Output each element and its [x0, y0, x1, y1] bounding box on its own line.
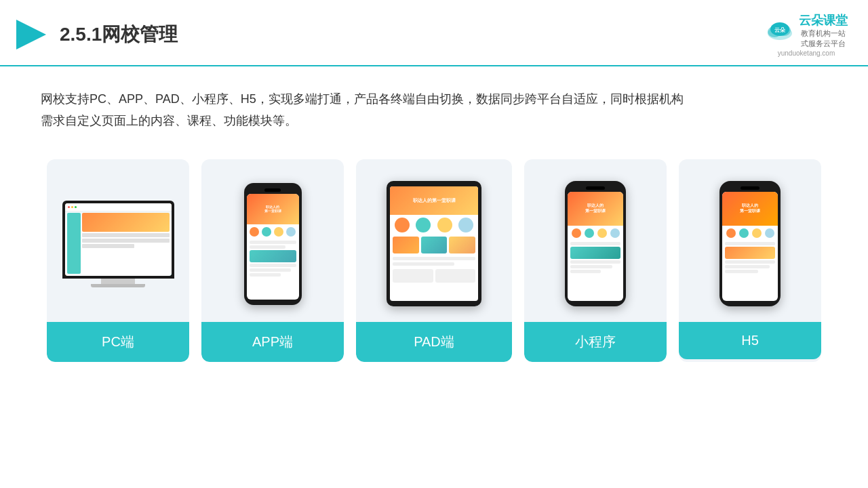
- logo-tagline: 教育机构一站式服务云平台: [799, 28, 848, 49]
- card-miniprogram-label: 小程序: [524, 322, 667, 362]
- play-icon: [14, 17, 49, 52]
- card-pc-label: PC端: [47, 322, 189, 362]
- pad-mockup: 职达人的第一堂职课: [387, 181, 481, 306]
- card-app-image: 职达人的第一堂职课: [201, 159, 344, 322]
- logo-text-block: 云朵课堂 教育机构一站式服务云平台: [799, 12, 848, 49]
- miniprogram-phone-mockup: 职达人的第一堂职课: [565, 181, 626, 306]
- svg-marker-0: [16, 20, 46, 49]
- page-header: 2.5.1网校管理 云朵 云朵课堂 教育机构一站式服务云平台 yunduoket…: [0, 0, 868, 66]
- logo-name: 云朵课堂: [799, 12, 848, 28]
- card-pc-image: [47, 159, 189, 322]
- card-h5-image: 职达人的第一堂职课: [679, 159, 821, 322]
- description-line1: 网校支持PC、APP、PAD、小程序、H5，实现多端打通，产品各终端自由切换，数…: [41, 88, 827, 110]
- pc-mockup: [62, 201, 174, 287]
- description-line2: 需求自定义页面上的内容、课程、功能模块等。: [41, 110, 827, 131]
- description-block: 网校支持PC、APP、PAD、小程序、H5，实现多端打通，产品各终端自由切换，数…: [0, 66, 868, 146]
- page-title: 2.5.1网校管理: [60, 22, 178, 47]
- cards-container: PC端 职达人的第一堂职课: [0, 146, 868, 382]
- logo-url: yunduoketang.com: [778, 49, 835, 57]
- cloud-icon: 云朵: [765, 20, 795, 41]
- card-h5: 职达人的第一堂职课 H5: [679, 159, 821, 362]
- logo-area: 云朵 云朵课堂 教育机构一站式服务云平台 yunduoketang.com: [765, 12, 848, 57]
- svg-text:云朵: 云朵: [774, 27, 786, 33]
- header-left: 2.5.1网校管理: [14, 17, 178, 52]
- card-pad-image: 职达人的第一堂职课: [356, 159, 512, 322]
- card-miniprogram-image: 职达人的第一堂职课: [524, 159, 667, 322]
- app-phone-mockup: 职达人的第一堂职课: [244, 183, 302, 305]
- card-pad-label: PAD端: [356, 322, 512, 362]
- card-pc: PC端: [47, 159, 189, 362]
- card-h5-label: H5: [679, 322, 821, 359]
- card-miniprogram: 职达人的第一堂职课 小程序: [524, 159, 667, 362]
- logo-cloud: 云朵 云朵课堂 教育机构一站式服务云平台: [765, 12, 848, 49]
- card-pad: 职达人的第一堂职课: [356, 159, 512, 362]
- h5-phone-mockup: 职达人的第一堂职课: [719, 181, 781, 306]
- card-app: 职达人的第一堂职课 APP端: [201, 159, 344, 362]
- card-app-label: APP端: [201, 322, 344, 362]
